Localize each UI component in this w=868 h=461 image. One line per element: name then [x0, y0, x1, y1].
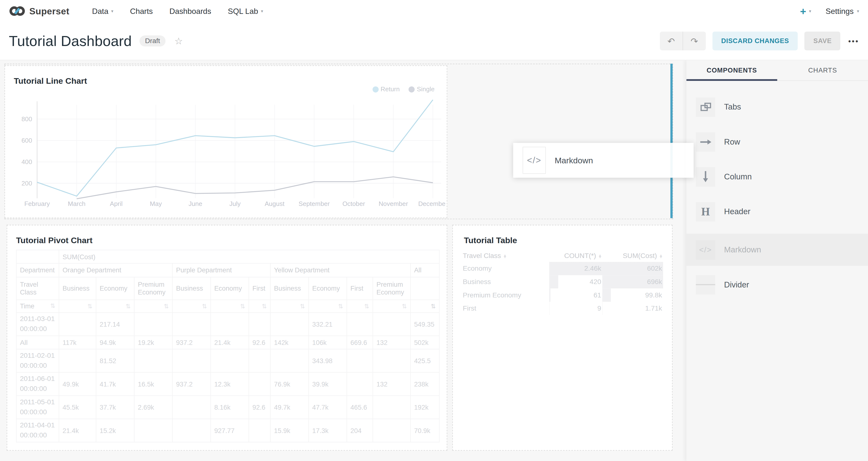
pivot-sort-cell[interactable]: ⇅: [373, 300, 410, 312]
redo-button[interactable]: ↷: [683, 32, 706, 51]
tab-components[interactable]: COMPONENTS: [686, 60, 777, 80]
markdown-icon: </>: [696, 240, 715, 259]
sort-icon[interactable]: ⇅: [262, 303, 267, 310]
settings-menu[interactable]: Settings ▾: [826, 7, 859, 16]
pivot-value-cell: 217.14: [96, 312, 134, 336]
chevron-down-icon: ▾: [261, 8, 263, 13]
sort-icon[interactable]: ⇅: [126, 303, 131, 310]
superset-logo[interactable]: Superset: [9, 6, 69, 17]
pivot-value-cell: 2.69k: [134, 396, 173, 419]
header-actions: ↶ ↷ DISCARD CHANGES SAVE •••: [660, 32, 859, 51]
pivot-department-label: Department: [16, 264, 59, 277]
pivot-sort-cell[interactable]: ⇅: [173, 300, 211, 312]
line-chart-card[interactable]: Tutorial Line Chart ReturnSingle 2004006…: [4, 65, 447, 218]
table-column-header[interactable]: SUM(Cost)▲▼: [602, 250, 663, 262]
component-slot-tabs: Tabs: [686, 94, 868, 129]
pivot-time-row: Time⇅⇅⇅⇅⇅⇅⇅⇅⇅⇅⇅⇅: [16, 300, 439, 312]
sort-icon[interactable]: ⇅: [364, 303, 369, 310]
pivot-sort-cell[interactable]: ⇅: [96, 300, 134, 312]
builder-panel-tabs: COMPONENTSCHARTS: [686, 60, 868, 81]
pivot-class-cell: First: [249, 277, 271, 300]
sort-icon[interactable]: ⇅: [300, 303, 305, 310]
pivot-value-cell: [59, 349, 96, 372]
pivot-row-label: All: [16, 336, 59, 349]
component-item-divider[interactable]: Divider: [686, 272, 868, 298]
count-cell: 420: [549, 275, 602, 289]
pivot-sort-cell[interactable]: ⇅: [270, 300, 309, 312]
sort-icon[interactable]: ⇅: [338, 303, 343, 310]
pivot-sort-cell[interactable]: ⇅: [410, 300, 439, 312]
new-item-button[interactable]: + ▾: [800, 6, 811, 16]
pivot-value-cell: 343.98: [309, 349, 347, 372]
more-options-icon[interactable]: •••: [848, 37, 859, 45]
sort-icon[interactable]: ⇅: [202, 303, 207, 310]
component-list: TabsRowColumnHHeader</>MarkdownDivider: [686, 81, 868, 307]
component-slot-row: Row: [686, 129, 868, 164]
travel-class-cell: Economy: [462, 262, 549, 275]
component-item-row[interactable]: Row: [686, 129, 868, 155]
pivot-department-row: DepartmentOrange DepartmentPurple Depart…: [16, 264, 439, 277]
pivot-class-cell: Business: [173, 277, 211, 300]
pivot-value-cell: 17.3k: [309, 419, 347, 442]
pivot-value-cell: 49.9k: [59, 372, 96, 396]
drop-indicator-line: [671, 64, 673, 218]
table-row: First91.71k: [462, 302, 663, 315]
pivot-sort-cell[interactable]: ⇅: [309, 300, 347, 312]
sort-icon[interactable]: ⇅: [402, 303, 407, 310]
pivot-time-header[interactable]: Time⇅: [16, 300, 59, 312]
pivot-value-cell: 19.2k: [134, 336, 173, 349]
pivot-sort-cell[interactable]: ⇅: [249, 300, 271, 312]
sort-icon: ▲▼: [504, 255, 506, 258]
pivot-value-cell: 106k: [309, 336, 347, 349]
undo-button[interactable]: ↶: [660, 32, 683, 51]
pivot-value-cell: 41.7k: [96, 372, 134, 396]
tab-charts[interactable]: CHARTS: [777, 60, 868, 80]
travel-class-cell: Business: [462, 275, 549, 289]
pivot-value-cell: 92.6: [249, 336, 271, 349]
pivot-sort-cell[interactable]: ⇅: [134, 300, 173, 312]
pivot-data-row: 2011-02-0100:00:0081.52343.98425.5: [16, 349, 439, 372]
favorite-star-icon[interactable]: ☆: [175, 35, 183, 47]
pivot-sort-cell[interactable]: ⇅: [59, 300, 96, 312]
nav-item-charts[interactable]: Charts: [122, 7, 161, 16]
pivot-class-cell: Economy: [309, 277, 347, 300]
save-button[interactable]: SAVE: [805, 32, 840, 51]
chevron-down-icon: ▾: [857, 8, 859, 13]
nav-item-data[interactable]: Data▾: [84, 7, 122, 16]
pivot-data-row: 2011-03-0100:00:00217.14332.21549.35: [16, 312, 439, 336]
nav-item-sql-lab[interactable]: SQL Lab▾: [219, 7, 271, 16]
pivot-value-cell: [173, 349, 211, 372]
table-row: Business420696k: [462, 275, 663, 289]
sort-icon[interactable]: ⇅: [240, 303, 245, 310]
svg-text:August: August: [265, 200, 285, 207]
component-item-column[interactable]: Column: [686, 164, 868, 189]
row-icon: [696, 132, 715, 152]
pivot-sort-cell[interactable]: ⇅: [211, 300, 249, 312]
sort-icon[interactable]: ⇅: [50, 302, 56, 310]
component-slot-markdown: </>Markdown: [686, 234, 868, 266]
pivot-class-label: TravelClass: [16, 277, 59, 300]
sort-icon[interactable]: ⇅: [431, 303, 436, 310]
component-item-header[interactable]: HHeader: [686, 199, 868, 224]
pivot-value-cell: [249, 372, 271, 396]
pivot-sort-cell[interactable]: ⇅: [347, 300, 373, 312]
table-chart-card[interactable]: Tutorial Table Travel Class▲▼COUNT(*)▲▼S…: [453, 225, 673, 451]
component-item-tabs[interactable]: Tabs: [686, 94, 868, 120]
pivot-class-cell: Economy: [96, 277, 134, 300]
pivot-value-cell: [373, 419, 410, 442]
pivot-chart-card[interactable]: Tutorial Pivot Chart SUM(Cost)Department…: [6, 225, 447, 451]
sort-icon[interactable]: ⇅: [87, 303, 92, 310]
pivot-value-cell: 238k: [410, 372, 439, 396]
nav-item-dashboards[interactable]: Dashboards: [161, 7, 219, 16]
discard-changes-button[interactable]: DISCARD CHANGES: [712, 32, 798, 51]
component-item-label: Column: [724, 172, 752, 181]
svg-text:800: 800: [22, 115, 32, 123]
table-column-header[interactable]: COUNT(*)▲▼: [549, 250, 602, 262]
component-item-markdown[interactable]: </>Markdown: [686, 237, 868, 263]
pivot-value-cell: [373, 312, 410, 336]
count-cell: 9: [549, 302, 602, 315]
table-column-header[interactable]: Travel Class▲▼: [462, 250, 549, 262]
component-item-label: Markdown: [724, 245, 761, 254]
sort-icon[interactable]: ⇅: [164, 303, 169, 310]
markdown-drag-ghost[interactable]: </> Markdown: [513, 143, 694, 178]
